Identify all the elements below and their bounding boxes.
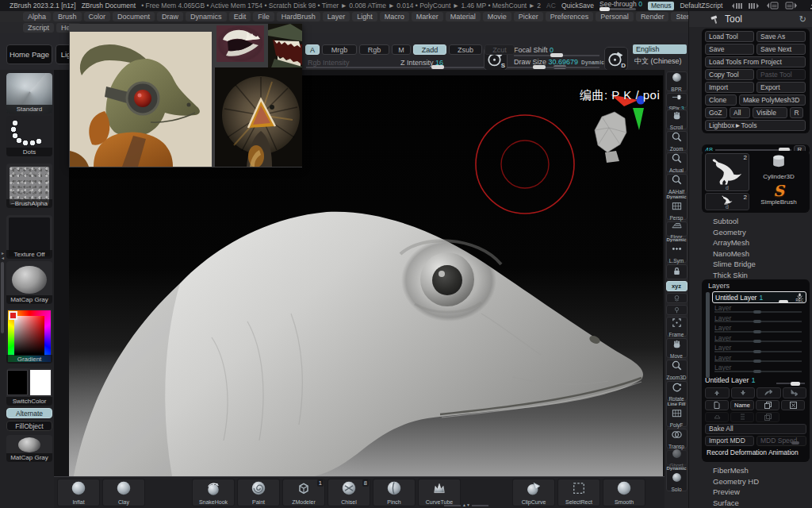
bake-all-button[interactable]: Bake All — [705, 424, 806, 434]
home-page-button[interactable]: Home Page — [6, 44, 52, 64]
layer-row[interactable]: Layer — [712, 303, 806, 314]
focal-shift-slider[interactable]: Focal Shift 0 — [514, 46, 553, 54]
layer-duplicate-button[interactable] — [756, 400, 779, 410]
menu-item[interactable]: Movie — [483, 12, 511, 21]
right-shelf-button[interactable]: Transp — [666, 429, 688, 448]
tool-button[interactable]: Visible — [753, 107, 787, 118]
menu-item[interactable]: Draw — [157, 12, 183, 21]
tool-button[interactable]: Save Next — [756, 44, 806, 55]
layer-copy-button[interactable] — [756, 412, 779, 422]
right-shelf-button[interactable] — [666, 293, 688, 303]
menu-item[interactable]: Alpha — [23, 12, 51, 21]
layer-redo-button[interactable] — [756, 387, 781, 398]
mode-button-zadd[interactable]: Zadd — [413, 44, 446, 55]
subpalette-header[interactable]: FiberMesh — [702, 465, 810, 476]
menu-item[interactable]: Personal — [596, 12, 634, 21]
left-shelf-item[interactable]: Standard — [6, 73, 52, 114]
subpalette-header[interactable]: ArrayMesh — [702, 237, 810, 248]
right-shelf-button[interactable]: BPR — [666, 71, 688, 91]
brush-tile[interactable]: SelectRect — [557, 479, 600, 506]
record-deformation-button[interactable]: Record Deformation Animation — [705, 448, 806, 458]
tool-button[interactable]: Lightbox►Tools — [705, 120, 806, 131]
right-shelf-button[interactable]: SPix3 — [666, 93, 688, 108]
menu-item[interactable]: Macro — [380, 12, 409, 21]
layer-merge-button[interactable] — [705, 412, 729, 422]
layer-branch-button[interactable] — [783, 387, 807, 398]
mode-button-m[interactable]: M — [392, 44, 411, 55]
language-option-chinese[interactable]: 中文 (Chinese) — [634, 56, 682, 67]
reference-image-overlay[interactable] — [69, 24, 302, 167]
left-shelf-item[interactable]: Texture Off — [6, 215, 52, 259]
menu-item[interactable]: Marker — [412, 12, 443, 21]
layer-name-button[interactable]: Name — [730, 400, 754, 410]
default-zscript-button[interactable]: DefaultZScript — [680, 2, 722, 10]
brush-tile[interactable]: Clay — [102, 479, 145, 506]
layer-down-button[interactable] — [731, 387, 756, 398]
draw-size-slider[interactable]: Draw Size 30.69679 — [514, 58, 578, 66]
brush-tile[interactable]: CurveTube — [418, 479, 461, 506]
menu-item[interactable]: File — [253, 12, 274, 21]
restore-config-icon[interactable] — [785, 2, 798, 10]
mode-button-zsub[interactable]: Zsub — [449, 44, 482, 55]
left-shelf-item[interactable]: Gradient — [6, 309, 52, 364]
brush-tile[interactable]: Chisel 8 — [327, 479, 370, 506]
subpalette-header[interactable]: Surface — [702, 498, 810, 508]
menu-item[interactable]: Color — [84, 12, 111, 21]
subpalette-header[interactable]: Subtool — [702, 216, 810, 227]
right-shelf-button[interactable]: Ghost — [666, 450, 688, 465]
see-through-slider[interactable]: See-through 0 — [599, 2, 642, 10]
mode-button-rgb[interactable]: Rgb — [359, 44, 389, 55]
layer-row[interactable]: Layer — [712, 314, 806, 324]
draw-size-track[interactable] — [514, 67, 599, 68]
tool-button[interactable]: Make PolyMesh3D — [739, 94, 806, 106]
menu-item[interactable]: Preferences — [546, 12, 594, 21]
menu-item[interactable]: Render — [636, 12, 669, 21]
right-shelf-button[interactable]: AAHalf — [666, 174, 688, 194]
cylinder3d-tool[interactable]: Cylinder3D — [753, 152, 805, 180]
right-shelf-button[interactable] — [666, 264, 688, 279]
menu-item[interactable]: Edit — [229, 12, 251, 21]
mode-button-a[interactable]: A — [305, 44, 320, 55]
subpalette-header[interactable]: Geometry HD — [702, 476, 810, 487]
right-shelf-button[interactable]: Dynamic L.Sym — [666, 238, 688, 263]
right-shelf-button[interactable]: Zoom — [666, 131, 688, 151]
recent-tool-thumbnail[interactable]: 2 d — [705, 193, 749, 210]
menu-item[interactable]: Zscript — [23, 23, 54, 33]
brush-tile[interactable]: Pinch — [373, 479, 416, 506]
tool-button[interactable]: Export — [756, 82, 806, 93]
right-shelf-button[interactable]: Dynamic Solo — [666, 467, 688, 491]
refresh-icon[interactable]: ↻ — [799, 14, 806, 25]
active-layer-row[interactable]: Untitled Layer 1 REC — [712, 291, 806, 303]
selected-layer-name[interactable]: Untitled Layer 1 — [705, 375, 806, 386]
tool-button[interactable]: Save — [705, 44, 754, 55]
layer-delete-button[interactable] — [781, 400, 805, 410]
language-selector[interactable]: English — [633, 44, 687, 54]
record-layer-icon[interactable]: REC — [795, 293, 803, 302]
menu-item[interactable]: Light — [352, 12, 377, 21]
left-shelf-item[interactable]: SwitchColor — [6, 368, 52, 406]
draw-mode-button[interactable]: D — [604, 47, 628, 71]
bottombar-scroll-control[interactable]: ▲▼ — [444, 503, 488, 507]
undo-history-icon[interactable] — [731, 2, 742, 10]
layer-row[interactable]: Layer — [712, 353, 806, 364]
simplebrush-tool[interactable]: S SimpleBrush — [753, 183, 805, 206]
right-shelf-button[interactable]: Move — [666, 338, 688, 358]
right-shelf-button[interactable]: Floor — [666, 221, 688, 237]
menu-item[interactable]: Brush — [53, 12, 82, 21]
reference-portrait-image[interactable] — [70, 32, 212, 167]
quicksave-button[interactable]: QuickSave — [561, 2, 594, 10]
brush-tile[interactable]: ZModeler 1 — [282, 479, 325, 506]
dynamic-label[interactable]: Dynamic — [581, 60, 604, 65]
left-shelf-item[interactable]: Dots — [6, 116, 52, 156]
brush-tile[interactable]: Smooth — [603, 479, 645, 506]
tool-palette-header[interactable]: Tool ↻ — [689, 11, 812, 27]
mode-button-zcut[interactable]: Zcut — [485, 44, 515, 55]
menu-item[interactable]: Picker — [514, 12, 543, 21]
menu-item[interactable]: Dynamics — [186, 12, 227, 21]
right-shelf-button[interactable] — [666, 305, 688, 315]
subpalette-header[interactable]: Preview — [702, 487, 810, 498]
layer-split-button[interactable] — [730, 412, 754, 422]
tool-button[interactable]: Load Tool — [705, 31, 754, 42]
left-shelf-item[interactable]: ~BrushAlpha — [6, 164, 52, 208]
menus-toggle-button[interactable]: Menus — [648, 2, 675, 10]
